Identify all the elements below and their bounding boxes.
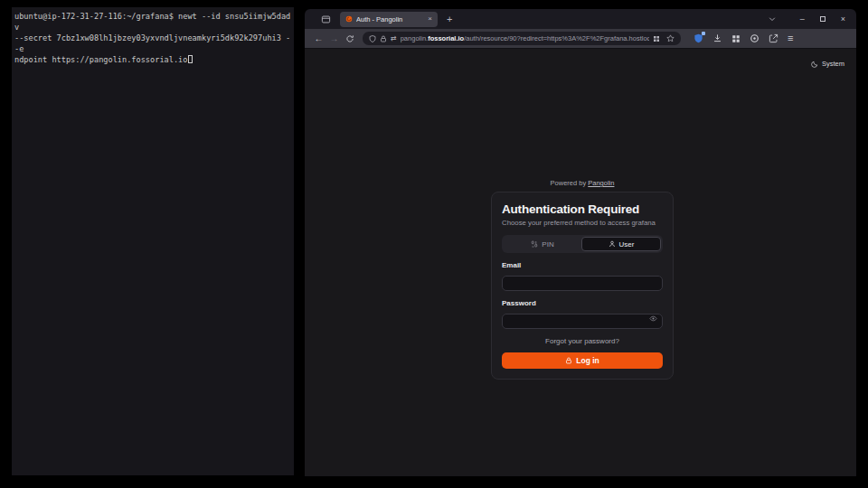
downloads-icon[interactable]: [712, 33, 722, 43]
extension-badge: [702, 32, 705, 35]
browser-tab[interactable]: Auth - Pangolin ×: [340, 12, 438, 27]
url-path: /auth/resource/90?redirect=https%3A%2F%2…: [464, 34, 649, 42]
minimize-button[interactable]: –: [800, 15, 805, 23]
theme-toggle-label: System: [822, 60, 844, 68]
terminal-line: ndpoint https://pangolin.fossorial.io: [14, 55, 187, 64]
moon-icon: [811, 61, 818, 68]
show-password-eye-icon[interactable]: [649, 314, 657, 323]
bookmark-star-icon[interactable]: [666, 34, 675, 42]
tab-title: Auth - Pangolin: [356, 15, 424, 23]
password-field[interactable]: [502, 314, 663, 329]
extensions-grid-icon[interactable]: [731, 34, 741, 43]
permissions-icon[interactable]: ⇄: [391, 35, 397, 42]
terminal-cursor: [188, 55, 193, 63]
url-subdomain: pangolin.: [401, 34, 428, 42]
forgot-password-link[interactable]: Forgot your password?: [502, 337, 663, 345]
adblocker-extension-icon[interactable]: [750, 33, 760, 43]
back-button[interactable]: ←: [311, 33, 326, 43]
card-subtitle: Choose your preferred method to access g…: [502, 219, 663, 227]
forward-button[interactable]: →: [326, 33, 342, 43]
tracking-protection-shield-icon[interactable]: [369, 35, 376, 42]
login-lock-icon: [565, 357, 572, 364]
powered-by-text: Powered by: [551, 179, 587, 187]
auth-method-tabs: PIN User: [502, 235, 663, 253]
terminal-output: ubuntu@ip-172-31-27-116:~/grafana$ newt …: [14, 11, 291, 65]
password-manager-extension-icon[interactable]: [693, 33, 703, 43]
navigation-toolbar: ← → ⇄ pangolin.fossorial.io/auth/resourc…: [305, 29, 856, 48]
email-field[interactable]: [502, 276, 663, 291]
reload-button[interactable]: [342, 34, 357, 43]
list-tabs-chevron-icon[interactable]: [768, 14, 777, 23]
tab-user[interactable]: User: [581, 237, 661, 251]
connection-lock-icon[interactable]: [380, 35, 387, 42]
password-label: Password: [502, 299, 663, 307]
maximize-button[interactable]: [820, 16, 826, 22]
theme-toggle[interactable]: System: [811, 60, 844, 68]
tab-pin[interactable]: PIN: [504, 237, 581, 251]
maximize-icon: [820, 16, 826, 22]
tab-pin-label: PIN: [542, 240, 553, 249]
terminal-window[interactable]: ubuntu@ip-172-31-27-116:~/grafana$ newt …: [12, 7, 294, 475]
powered-by: Powered by Pangolin: [491, 179, 674, 187]
terminal-line: --secret 7cbz1xw08lh1jbzey03yxvndljvneam…: [14, 33, 290, 53]
tab-user-label: User: [619, 240, 635, 249]
container-grid-icon[interactable]: [653, 35, 660, 42]
auth-card: Authentication Required Choose your pref…: [491, 192, 674, 380]
tab-close-icon[interactable]: ×: [428, 15, 432, 23]
site-favicon: [345, 15, 353, 23]
browser-window: Auth - Pangolin × + – × ← → ⇄ pangol: [305, 9, 856, 476]
card-title: Authentication Required: [502, 202, 663, 216]
page-content: System Powered by Pangolin Authenticatio…: [305, 48, 856, 476]
terminal-line: ubuntu@ip-172-31-27-116:~/grafana$ newt …: [14, 12, 290, 32]
login-button-label: Log in: [576, 356, 599, 365]
window-controls: – ×: [800, 15, 845, 23]
tab-bar: Auth - Pangolin × + – ×: [305, 9, 856, 29]
firefox-view-icon[interactable]: [321, 14, 331, 24]
share-extension-icon[interactable]: [769, 33, 778, 43]
hamburger-menu-icon[interactable]: ≡: [788, 33, 793, 43]
pangolin-link[interactable]: Pangolin: [588, 179, 614, 187]
url-domain: fossorial.io: [428, 34, 464, 42]
url-text: pangolin.fossorial.io/auth/resource/90?r…: [401, 34, 649, 42]
login-button[interactable]: Log in: [502, 352, 663, 369]
new-tab-button[interactable]: +: [447, 14, 452, 24]
email-label: Email: [502, 261, 663, 269]
close-window-button[interactable]: ×: [841, 15, 845, 23]
url-bar[interactable]: ⇄ pangolin.fossorial.io/auth/resource/90…: [363, 32, 681, 45]
